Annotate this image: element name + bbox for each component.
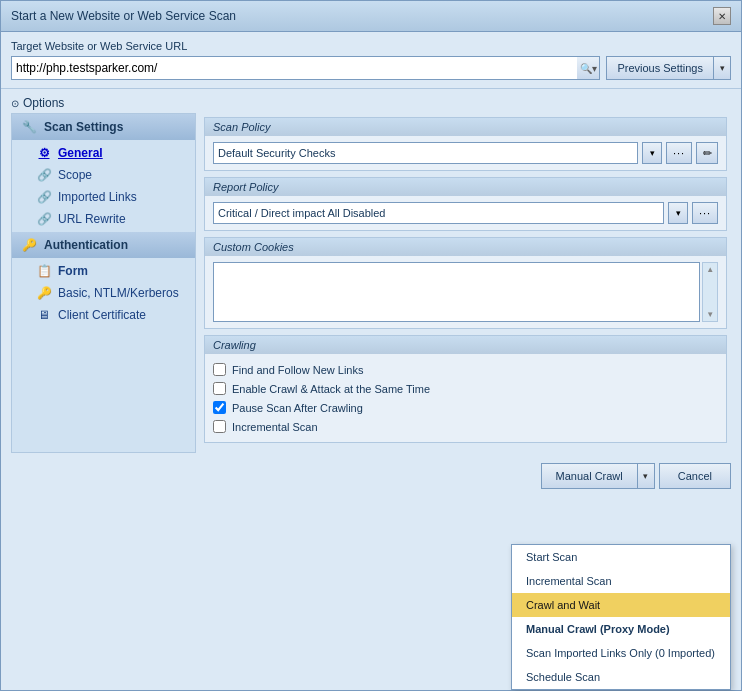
cert-label: Client Certificate — [58, 308, 146, 322]
crawling-header: Crawling — [205, 336, 726, 354]
cookies-wrapper: ▲ ▼ — [213, 262, 718, 322]
cert-icon: 🖥 — [36, 307, 52, 323]
scan-policy-row: Default Security Checks ▾ ··· ✏ — [213, 142, 718, 164]
menu-item-crawl-wait[interactable]: Crawl and Wait — [512, 593, 730, 617]
sidebar-item-basic-ntlm[interactable]: 🔑 Basic, NTLM/Kerberos — [12, 282, 195, 304]
cookies-scrollbar[interactable]: ▲ ▼ — [702, 262, 718, 322]
right-panel: Scan Policy Default Security Checks ▾ ··… — [200, 113, 731, 453]
checkbox-pause-scan: Pause Scan After Crawling — [213, 398, 718, 417]
checkbox-find-follow: Find and Follow New Links — [213, 360, 718, 379]
report-policy-content: Critical / Direct impact All Disabled ▾ … — [205, 196, 726, 230]
checkbox-crawl-attack-label: Enable Crawl & Attack at the Same Time — [232, 383, 430, 395]
sidebar-item-client-cert[interactable]: 🖥 Client Certificate — [12, 304, 195, 326]
sidebar-item-imported-links[interactable]: 🔗 Imported Links — [12, 186, 195, 208]
scope-label: Scope — [58, 168, 92, 182]
scan-policy-dots[interactable]: ··· — [666, 142, 692, 164]
checkbox-incremental: Incremental Scan — [213, 417, 718, 436]
url-input[interactable] — [12, 59, 577, 77]
options-header[interactable]: ⊙ Options — [11, 93, 731, 113]
dialog-title: Start a New Website or Web Service Scan — [11, 9, 236, 23]
close-button[interactable]: ✕ — [713, 7, 731, 25]
auth-section-header: 🔑 Authentication — [12, 232, 195, 258]
scan-policy-arrow[interactable]: ▾ — [642, 142, 662, 164]
checkbox-find-follow-input[interactable] — [213, 363, 226, 376]
checkbox-find-follow-label: Find and Follow New Links — [232, 364, 363, 376]
auth-label: Authentication — [44, 238, 128, 252]
left-panel: 🔧 Scan Settings ⚙ General 🔗 Scope 🔗 Impo… — [11, 113, 196, 453]
cancel-button[interactable]: Cancel — [659, 463, 731, 489]
manual-crawl-button[interactable]: Manual Crawl ▾ — [541, 463, 655, 489]
general-icon: ⚙ — [36, 145, 52, 161]
report-policy-row: Critical / Direct impact All Disabled ▾ … — [213, 202, 718, 224]
menu-item-start-scan[interactable]: Start Scan — [512, 545, 730, 569]
cookies-textarea[interactable] — [213, 262, 700, 322]
url-section: Target Website or Web Service URL 🔍▾ Pre… — [1, 32, 741, 89]
main-dialog: Start a New Website or Web Service Scan … — [0, 0, 742, 691]
report-policy-arrow[interactable]: ▾ — [668, 202, 688, 224]
previous-settings-main[interactable]: Previous Settings — [606, 56, 713, 80]
menu-item-manual-crawl-proxy[interactable]: Manual Crawl (Proxy Mode) — [512, 617, 730, 641]
sidebar-item-general[interactable]: ⚙ General — [12, 142, 195, 164]
checkbox-crawl-attack-input[interactable] — [213, 382, 226, 395]
scan-policy-edit[interactable]: ✏ — [696, 142, 718, 164]
manual-crawl-arrow[interactable]: ▾ — [637, 463, 655, 489]
previous-settings-button[interactable]: Previous Settings ▾ — [606, 56, 731, 80]
checkbox-pause-scan-label: Pause Scan After Crawling — [232, 402, 363, 414]
url-rewrite-label: URL Rewrite — [58, 212, 126, 226]
scan-settings-label: Scan Settings — [44, 120, 123, 134]
url-rewrite-icon: 🔗 — [36, 211, 52, 227]
scope-icon: 🔗 — [36, 167, 52, 183]
left-panel-inner: 🔧 Scan Settings ⚙ General 🔗 Scope 🔗 Impo… — [11, 113, 196, 453]
url-row: 🔍▾ Previous Settings ▾ — [11, 56, 731, 80]
checkbox-incremental-input[interactable] — [213, 420, 226, 433]
main-content: 🔧 Scan Settings ⚙ General 🔗 Scope 🔗 Impo… — [11, 113, 731, 453]
menu-item-scan-imported[interactable]: Scan Imported Links Only (0 Imported) — [512, 641, 730, 665]
scan-policy-header: Scan Policy — [205, 118, 726, 136]
footer: Manual Crawl ▾ Cancel — [1, 457, 741, 495]
url-input-wrapper: 🔍▾ — [11, 56, 600, 80]
sidebar-item-form[interactable]: 📋 Form — [12, 260, 195, 282]
sidebar-item-url-rewrite[interactable]: 🔗 URL Rewrite — [12, 208, 195, 230]
options-label: Options — [23, 96, 64, 110]
report-policy-section: Report Policy Critical / Direct impact A… — [204, 177, 727, 231]
custom-cookies-section: Custom Cookies ▲ ▼ — [204, 237, 727, 329]
sidebar-item-scope[interactable]: 🔗 Scope — [12, 164, 195, 186]
dropdown-menu: Start Scan Incremental Scan Crawl and Wa… — [511, 544, 731, 690]
scan-policy-content: Default Security Checks ▾ ··· ✏ — [205, 136, 726, 170]
general-label: General — [58, 146, 103, 160]
url-search-button[interactable]: 🔍▾ — [577, 57, 599, 79]
menu-item-incremental-scan[interactable]: Incremental Scan — [512, 569, 730, 593]
form-icon: 📋 — [36, 263, 52, 279]
title-bar: Start a New Website or Web Service Scan … — [1, 1, 741, 32]
scan-policy-section: Scan Policy Default Security Checks ▾ ··… — [204, 117, 727, 171]
menu-item-schedule-scan[interactable]: Schedule Scan — [512, 665, 730, 689]
report-policy-dots[interactable]: ··· — [692, 202, 718, 224]
report-policy-header: Report Policy — [205, 178, 726, 196]
crawling-content: Find and Follow New Links Enable Crawl &… — [205, 354, 726, 442]
report-policy-value: Critical / Direct impact All Disabled — [213, 202, 664, 224]
checkbox-crawl-attack: Enable Crawl & Attack at the Same Time — [213, 379, 718, 398]
imported-links-label: Imported Links — [58, 190, 137, 204]
url-label: Target Website or Web Service URL — [11, 40, 731, 52]
checkbox-pause-scan-input[interactable] — [213, 401, 226, 414]
custom-cookies-header: Custom Cookies — [205, 238, 726, 256]
scan-settings-header: 🔧 Scan Settings — [12, 114, 195, 140]
crawling-section: Crawling Find and Follow New Links Enabl… — [204, 335, 727, 443]
imported-links-icon: 🔗 — [36, 189, 52, 205]
custom-cookies-content: ▲ ▼ — [205, 256, 726, 328]
form-label: Form — [58, 264, 88, 278]
previous-settings-arrow[interactable]: ▾ — [713, 56, 731, 80]
wrench-icon: 🔧 — [20, 118, 38, 136]
manual-crawl-main[interactable]: Manual Crawl — [541, 463, 637, 489]
key-icon: 🔑 — [20, 236, 38, 254]
basic-label: Basic, NTLM/Kerberos — [58, 286, 179, 300]
options-chevron-icon: ⊙ — [11, 98, 19, 109]
scan-policy-value: Default Security Checks — [213, 142, 638, 164]
checkbox-incremental-label: Incremental Scan — [232, 421, 318, 433]
options-section: ⊙ Options — [1, 89, 741, 113]
basic-icon: 🔑 — [36, 285, 52, 301]
